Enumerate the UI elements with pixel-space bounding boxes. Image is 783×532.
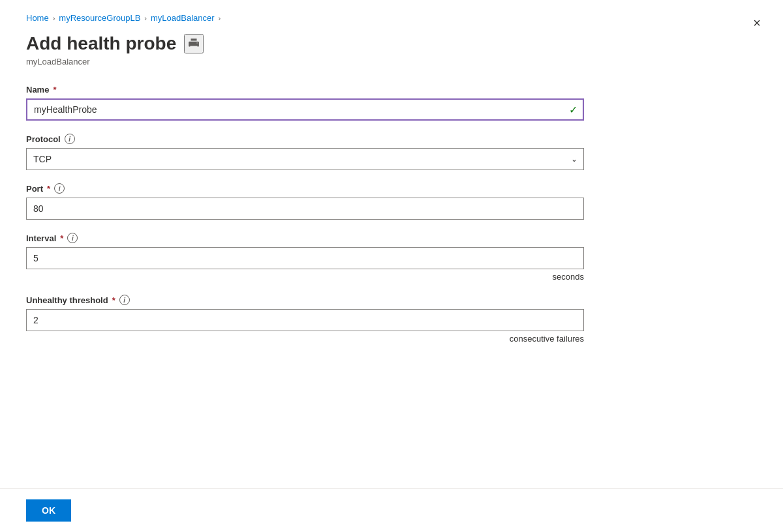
protocol-info-icon[interactable]: i <box>65 134 75 144</box>
breadcrumb-home[interactable]: Home <box>26 13 49 23</box>
printer-icon <box>188 38 200 50</box>
interval-required-star: * <box>60 233 63 243</box>
unhealthy-threshold-info-icon[interactable]: i <box>119 295 130 305</box>
unhealthy-threshold-group: Unhealthy threshold * i consecutive fail… <box>26 295 600 344</box>
name-input-wrapper: ✓ <box>26 98 584 121</box>
name-check-icon: ✓ <box>569 104 577 116</box>
breadcrumb-sep-2: › <box>144 14 147 22</box>
name-group: Name * ✓ <box>26 85 600 121</box>
port-group: Port * i <box>26 183 600 220</box>
interval-hint: seconds <box>26 272 584 282</box>
name-label: Name * <box>26 85 600 95</box>
breadcrumb-resource-group[interactable]: myResourceGroupLB <box>59 13 140 23</box>
page-header: Add health probe <box>26 33 600 54</box>
interval-label: Interval * i <box>26 233 600 243</box>
protocol-select[interactable]: TCP HTTP HTTPS <box>26 148 584 170</box>
unhealthy-threshold-label: Unhealthy threshold * i <box>26 295 600 305</box>
page-title: Add health probe <box>26 33 176 54</box>
interval-group: Interval * i seconds <box>26 233 600 282</box>
name-input[interactable] <box>26 98 584 121</box>
port-info-icon[interactable]: i <box>54 183 65 194</box>
interval-info-icon[interactable]: i <box>67 233 78 243</box>
protocol-label: Protocol i <box>26 134 600 144</box>
protocol-group: Protocol i TCP HTTP HTTPS ⌄ <box>26 134 600 170</box>
unhealthy-threshold-hint: consecutive failures <box>26 334 584 344</box>
unhealthy-threshold-input[interactable] <box>26 309 584 331</box>
page-subtitle: myLoadBalancer <box>26 57 600 66</box>
protocol-select-wrapper: TCP HTTP HTTPS ⌄ <box>26 148 584 170</box>
ok-button[interactable]: OK <box>26 499 71 522</box>
breadcrumb: Home › myResourceGroupLB › myLoadBalance… <box>26 13 600 23</box>
close-button[interactable]: × <box>750 13 763 33</box>
breadcrumb-sep-1: › <box>53 14 55 22</box>
footer: OK <box>0 488 783 532</box>
name-required-star: * <box>53 85 56 95</box>
port-label: Port * i <box>26 183 600 194</box>
unhealthy-threshold-required-star: * <box>112 295 115 305</box>
breadcrumb-load-balancer[interactable]: myLoadBalancer <box>151 13 215 23</box>
port-required-star: * <box>47 184 50 194</box>
interval-input[interactable] <box>26 247 584 269</box>
port-input[interactable] <box>26 198 584 220</box>
print-button[interactable] <box>184 34 204 53</box>
breadcrumb-sep-3: › <box>219 14 221 22</box>
